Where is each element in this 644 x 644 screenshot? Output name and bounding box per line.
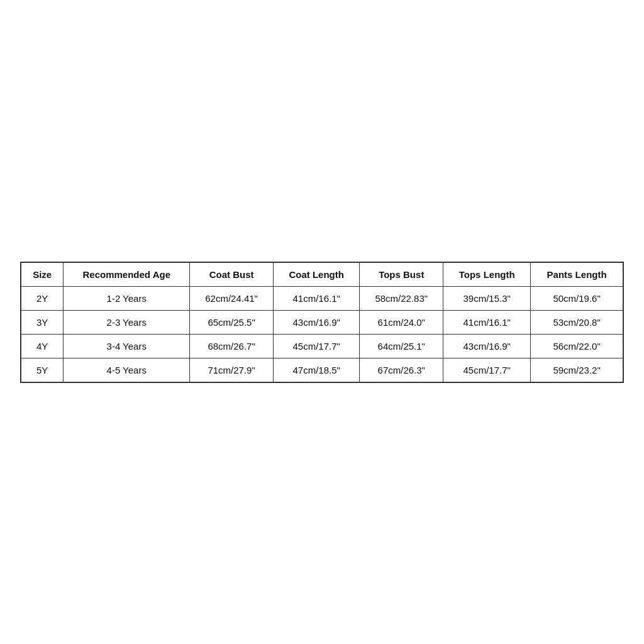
cell-size: 4Y <box>21 334 64 358</box>
header-coat-bust: Coat Bust <box>190 262 274 287</box>
table-row: 2Y1-2 Years62cm/24.41"41cm/16.1"58cm/22.… <box>21 286 623 310</box>
cell-age: 4-5 Years <box>64 358 190 382</box>
table-header-row: Size Recommended Age Coat Bust Coat Leng… <box>21 262 623 287</box>
cell-coat-length: 43cm/16.9" <box>273 310 359 334</box>
cell-coat-bust: 68cm/26.7" <box>190 334 274 358</box>
cell-tops-length: 45cm/17.7" <box>443 358 531 382</box>
header-pants-length: Pants Length <box>531 262 623 287</box>
cell-age: 3-4 Years <box>64 334 190 358</box>
cell-coat-length: 45cm/17.7" <box>273 334 359 358</box>
cell-tops-length: 39cm/15.3" <box>443 286 531 310</box>
cell-pants-length: 56cm/22.0" <box>531 334 623 358</box>
table-row: 3Y2-3 Years65cm/25.5"43cm/16.9"61cm/24.0… <box>21 310 623 334</box>
cell-age: 2-3 Years <box>64 310 190 334</box>
header-size: Size <box>21 262 64 287</box>
cell-tops-length: 43cm/16.9" <box>443 334 531 358</box>
header-coat-length: Coat Length <box>273 262 359 287</box>
cell-coat-bust: 62cm/24.41" <box>190 286 274 310</box>
header-tops-bust: Tops Bust <box>360 262 443 287</box>
size-chart-table: Size Recommended Age Coat Bust Coat Leng… <box>20 262 624 383</box>
cell-pants-length: 53cm/20.8" <box>531 310 623 334</box>
cell-coat-length: 47cm/18.5" <box>273 358 359 382</box>
cell-size: 5Y <box>21 358 64 382</box>
cell-tops-length: 41cm/16.1" <box>443 310 531 334</box>
table-row: 4Y3-4 Years68cm/26.7"45cm/17.7"64cm/25.1… <box>21 334 623 358</box>
cell-tops-bust: 67cm/26.3" <box>360 358 443 382</box>
cell-coat-bust: 71cm/27.9" <box>190 358 274 382</box>
cell-size: 3Y <box>21 310 64 334</box>
cell-coat-length: 41cm/16.1" <box>273 286 359 310</box>
cell-tops-bust: 58cm/22.83" <box>360 286 443 310</box>
cell-pants-length: 59cm/23.2" <box>531 358 623 382</box>
header-tops-length: Tops Length <box>443 262 531 287</box>
cell-tops-bust: 61cm/24.0" <box>360 310 443 334</box>
cell-age: 1-2 Years <box>64 286 190 310</box>
page-wrapper: Size Recommended Age Coat Bust Coat Leng… <box>0 0 644 644</box>
cell-size: 2Y <box>21 286 64 310</box>
table-container: Size Recommended Age Coat Bust Coat Leng… <box>20 262 624 383</box>
header-recommended-age: Recommended Age <box>64 262 190 287</box>
table-row: 5Y4-5 Years71cm/27.9"47cm/18.5"67cm/26.3… <box>21 358 623 382</box>
cell-pants-length: 50cm/19.6" <box>531 286 623 310</box>
cell-tops-bust: 64cm/25.1" <box>360 334 443 358</box>
cell-coat-bust: 65cm/25.5" <box>190 310 274 334</box>
